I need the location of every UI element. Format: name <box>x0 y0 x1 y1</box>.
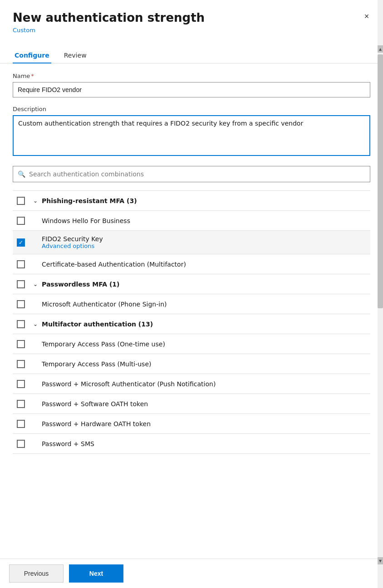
scrollbar-arrow-up[interactable]: ▲ <box>378 45 383 53</box>
auth-item-label: Temporary Access Pass (One-time use) <box>42 340 370 348</box>
page-container: ▲ ▼ New authentication strength Custom ×… <box>0 0 383 588</box>
checkbox-wrapper[interactable] <box>13 360 29 368</box>
search-container: 🔍 <box>13 166 370 182</box>
header: New authentication strength Custom × <box>0 0 383 34</box>
checkbox-wrapper[interactable] <box>13 400 29 408</box>
scrollbar-arrow-down[interactable]: ▼ <box>378 557 383 564</box>
checkbox-tap-onetime[interactable] <box>17 340 25 348</box>
list-item: Password + SMS <box>13 434 370 454</box>
name-field-group: Name* <box>13 73 370 97</box>
checkbox-passwordless-mfa[interactable] <box>17 280 25 288</box>
checkbox-wrapper[interactable] <box>13 380 29 388</box>
checkbox-cert-auth[interactable] <box>17 260 25 268</box>
checkbox-ms-authenticator[interactable] <box>17 300 25 308</box>
checkbox-phishing-mfa[interactable] <box>17 197 25 205</box>
checkbox-tap-multiuse[interactable] <box>17 360 25 368</box>
auth-item-label: Windows Hello For Business <box>42 217 370 224</box>
next-button[interactable]: Next <box>69 564 123 583</box>
auth-item-label: FIDO2 Security Key <box>42 235 103 243</box>
name-label: Name* <box>13 73 370 79</box>
list-item: Microsoft Authenticator (Phone Sign-in) <box>13 294 370 314</box>
auth-item-label: Phishing-resistant MFA (3) <box>42 197 370 204</box>
list-item: Password + Software OATH token <box>13 394 370 414</box>
auth-item-label: Multifactor authentication (13) <box>42 321 370 328</box>
list-item: FIDO2 Security Key Advanced options <box>13 231 370 254</box>
checkbox-wrapper[interactable] <box>13 217 29 225</box>
auth-item-label: Password + SMS <box>42 440 370 447</box>
checkbox-wrapper[interactable] <box>13 420 29 428</box>
scrollbar[interactable]: ▲ ▼ <box>378 0 383 588</box>
list-item: ⌄ Phishing-resistant MFA (3) <box>13 191 370 211</box>
chevron-phishing-mfa[interactable]: ⌄ <box>29 198 42 204</box>
checkbox-pwd-hardware-oath[interactable] <box>17 420 25 428</box>
auth-item-label: Certificate-based Authentication (Multif… <box>42 261 370 268</box>
list-item: Temporary Access Pass (Multi-use) <box>13 354 370 374</box>
checkbox-windows-hello[interactable] <box>17 217 25 225</box>
checkbox-wrapper[interactable] <box>13 320 29 328</box>
tab-configure[interactable]: Configure <box>13 48 51 63</box>
checkbox-pwd-software-oath[interactable] <box>17 400 25 408</box>
auth-item-label: Password + Microsoft Authenticator (Push… <box>42 380 370 388</box>
footer: Previous Next <box>0 559 383 588</box>
chevron-passwordless-mfa[interactable]: ⌄ <box>29 281 42 287</box>
name-input[interactable] <box>13 82 370 97</box>
auth-item-label: Password + Software OATH token <box>42 400 370 408</box>
tabs-container: Configure Review <box>0 39 383 63</box>
auth-item-label: Temporary Access Pass (Multi-use) <box>42 360 370 368</box>
list-item: Password + Hardware OATH token <box>13 414 370 434</box>
checkbox-multifactor[interactable] <box>17 320 25 328</box>
checkbox-pwd-sms[interactable] <box>17 440 25 448</box>
list-item: Certificate-based Authentication (Multif… <box>13 254 370 274</box>
auth-item-label: Microsoft Authenticator (Phone Sign-in) <box>42 301 370 308</box>
auth-item-label: Passwordless MFA (1) <box>42 281 370 288</box>
checkbox-wrapper[interactable] <box>13 300 29 308</box>
checkbox-wrapper[interactable] <box>13 260 29 268</box>
list-item: ⌄ Passwordless MFA (1) <box>13 274 370 294</box>
list-item: Temporary Access Pass (One-time use) <box>13 334 370 354</box>
checkbox-wrapper[interactable] <box>13 197 29 205</box>
advanced-options-link[interactable]: Advanced options <box>42 243 103 249</box>
checkbox-wrapper[interactable] <box>13 238 29 247</box>
checkbox-fido2[interactable] <box>17 238 25 247</box>
main-content: Name* Description Custom authentication … <box>0 63 383 559</box>
list-item: Password + Microsoft Authenticator (Push… <box>13 374 370 394</box>
checkbox-wrapper[interactable] <box>13 340 29 348</box>
description-label: Description <box>13 106 370 112</box>
checkbox-pwd-ms-auth[interactable] <box>17 380 25 388</box>
list-item: ⌄ Multifactor authentication (13) <box>13 314 370 334</box>
checkbox-wrapper[interactable] <box>13 440 29 448</box>
tab-review[interactable]: Review <box>62 48 88 63</box>
previous-button[interactable]: Previous <box>9 564 64 583</box>
name-required-indicator: * <box>31 73 34 79</box>
auth-item-label: Password + Hardware OATH token <box>42 420 370 428</box>
scrollbar-thumb[interactable] <box>378 54 383 308</box>
search-input[interactable] <box>29 170 365 178</box>
description-input[interactable]: Custom authentication strength that requ… <box>13 115 370 156</box>
page-title: New authentication strength <box>13 11 370 25</box>
description-field-group: Description Custom authentication streng… <box>13 106 370 158</box>
list-item: Windows Hello For Business <box>13 211 370 231</box>
checkbox-wrapper[interactable] <box>13 280 29 288</box>
chevron-multifactor[interactable]: ⌄ <box>29 321 42 327</box>
page-subtitle: Custom <box>13 27 370 34</box>
auth-list: ⌄ Phishing-resistant MFA (3) Windows Hel… <box>13 190 370 454</box>
auth-item-text: FIDO2 Security Key Advanced options <box>42 235 103 249</box>
close-button[interactable]: × <box>359 9 374 24</box>
search-icon: 🔍 <box>18 170 25 178</box>
